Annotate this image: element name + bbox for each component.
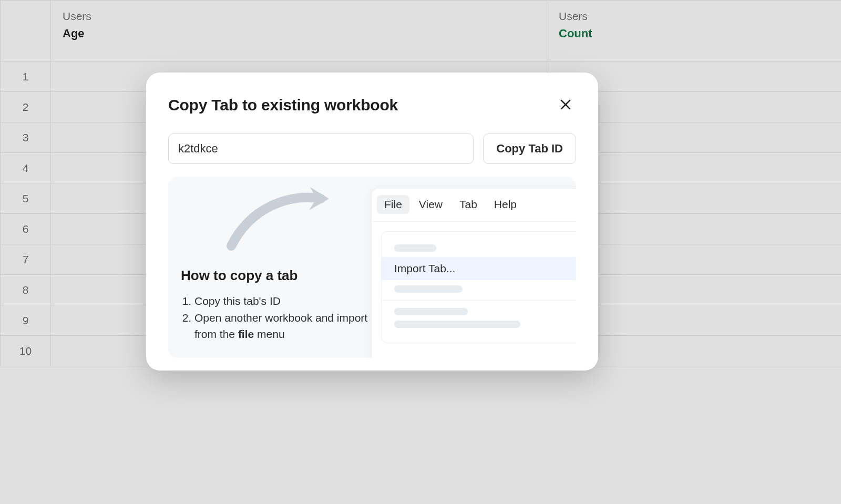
close-icon [559,98,572,113]
placeholder-row [394,321,520,328]
placeholder-row [394,285,463,293]
preview-menu-tab: Tab [452,195,485,214]
column-group-label: Users [63,10,535,23]
row-number: 2 [1,92,51,122]
preview-menu-help: Help [487,195,524,214]
copy-tab-modal: Copy Tab to existing workbook Copy Tab I… [146,73,598,371]
row-number: 9 [1,305,51,336]
column-name-label: Count [559,27,829,40]
column-header-count[interactable]: Users Count [547,1,842,61]
howto-panel: How to copy a tab Copy this tab's ID Ope… [168,177,576,358]
preview-menu-file: File [377,195,409,214]
row-number: 4 [1,153,51,183]
row-number: 6 [1,214,51,244]
preview-app: File View Tab Help Import Tab... [371,188,576,358]
row-number: 1 [1,61,51,92]
column-header-age[interactable]: Users Age [51,1,547,61]
close-button[interactable] [555,95,576,116]
preview-menubar: File View Tab Help [372,189,576,222]
copy-tab-id-button[interactable]: Copy Tab ID [483,133,576,164]
row-number: 7 [1,244,51,275]
row-number: 10 [1,336,51,366]
modal-title: Copy Tab to existing workbook [168,96,398,114]
column-group-label: Users [559,10,829,23]
row-number-header [1,1,51,61]
placeholder-row [394,308,468,315]
howto-steps: Copy this tab's ID Open another workbook… [181,293,370,342]
howto-step-text: Open another workbook and import from th… [194,312,367,340]
row-number: 8 [1,275,51,305]
preview-import-tab-option: Import Tab... [382,257,576,280]
row-number: 5 [1,183,51,214]
column-name-label: Age [63,27,535,40]
row-number: 3 [1,122,51,153]
tab-id-input[interactable] [168,133,474,164]
preview-dropdown: Import Tab... [381,231,576,343]
arrow-icon [221,183,336,256]
howto-title: How to copy a tab [181,268,370,284]
preview-menu-view: View [412,195,450,214]
howto-step: Copy this tab's ID [194,293,370,309]
howto-step: Open another workbook and import from th… [194,310,370,342]
placeholder-row [394,244,436,252]
divider [382,300,576,301]
